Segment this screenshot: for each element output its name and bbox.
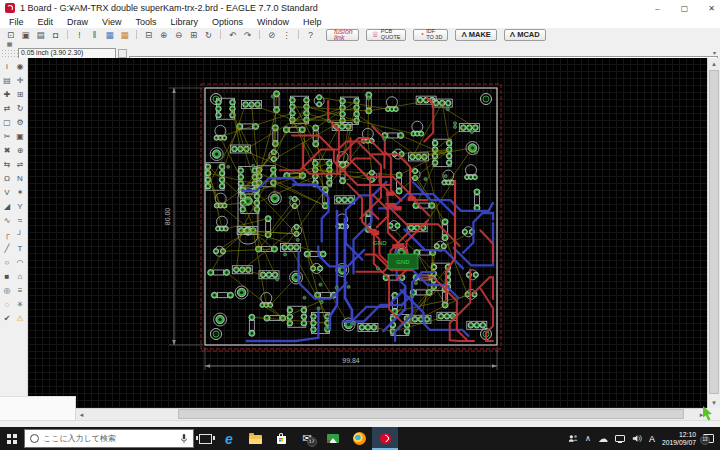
mirror-tool[interactable]: ⇄ (1, 102, 13, 115)
menu-tools[interactable]: Tools (128, 17, 163, 27)
miter-tool[interactable]: ◢ (1, 200, 13, 213)
mcad-button[interactable]: Λ MCAD (504, 29, 546, 41)
onedrive-cloud-icon[interactable]: ☁ (598, 434, 608, 444)
layer-colors-icon[interactable]: ▦ (118, 29, 132, 41)
idf-to-3d-button[interactable]: ◔ IDFTO 3D (413, 29, 448, 41)
rotate-tool[interactable]: ↻ (14, 102, 26, 115)
menu-help[interactable]: Help (296, 17, 329, 27)
taskbar-explorer-button[interactable] (242, 427, 268, 450)
circle-tool[interactable]: ○ (1, 256, 13, 269)
zoom-redraw-icon[interactable]: ↻ (202, 29, 216, 41)
taskbar-search[interactable]: ここに入力して検索 (24, 429, 194, 448)
ime-language-indicator[interactable]: A (649, 434, 655, 444)
menu-file[interactable]: File (2, 17, 31, 27)
taskbar-clock[interactable]: 12:10 2019/09/07 (662, 431, 696, 447)
copy-tool[interactable]: ⊞ (14, 88, 26, 101)
info-tool[interactable]: i (1, 60, 13, 73)
save-icon[interactable]: ▣ (19, 29, 33, 41)
run-ulp-icon[interactable]: ! (73, 29, 87, 41)
pcb-quote-button[interactable]: ♕ PCBQUOTE (366, 29, 407, 41)
lock-tool[interactable]: Ω (1, 172, 13, 185)
show-tool[interactable]: ◉ (14, 60, 26, 73)
split-tool[interactable]: Y (14, 200, 26, 213)
mark-tool[interactable]: ✛ (14, 74, 26, 87)
board-canvas[interactable]: 80.0099.84GNDGND (28, 58, 707, 408)
move-tool[interactable]: ✚ (1, 88, 13, 101)
open-icon[interactable]: ⊡ (4, 29, 18, 41)
delete-tool[interactable]: ✖ (1, 144, 13, 157)
zoom-in-icon[interactable]: ⊕ (157, 29, 171, 41)
toolbar-drag-handle[interactable] (1, 49, 18, 57)
menu-library[interactable]: Library (163, 17, 205, 27)
horizontal-scroll-track[interactable] (87, 409, 696, 420)
redo-icon[interactable]: ↷ (241, 29, 255, 41)
pinswap-tool[interactable]: ⇆ (1, 158, 13, 171)
zoom-select-icon[interactable]: ⊞ (187, 29, 201, 41)
horizontal-scrollbar[interactable]: ◂ ▸ (76, 408, 707, 420)
cut-tool[interactable]: ✂ (1, 130, 13, 143)
layer-display-icon[interactable]: ▦ (103, 29, 117, 41)
drc-tool[interactable]: ✔ (1, 312, 13, 325)
network-display-icon[interactable] (615, 435, 625, 442)
undo-icon[interactable]: ↶ (226, 29, 240, 41)
stop-icon[interactable]: ⊘ (265, 29, 279, 41)
task-view-button[interactable] (194, 427, 216, 450)
menu-edit[interactable]: Edit (31, 17, 61, 27)
wire-tool[interactable]: ╱ (1, 242, 13, 255)
coordinate-mode-button[interactable] (118, 49, 127, 58)
zoom-fit-icon[interactable]: ⊟ (142, 29, 156, 41)
separator[interactable] (259, 30, 260, 39)
vertical-scrollbar[interactable]: ▴ ▾ (707, 58, 720, 408)
via-tool[interactable]: ◎ (1, 284, 13, 297)
window-split-icon[interactable]: ‖ (88, 29, 102, 41)
start-button[interactable] (0, 427, 24, 450)
action-center-icon[interactable]: 13 (703, 434, 714, 443)
horizontal-scroll-thumb[interactable] (178, 409, 683, 419)
menu-view[interactable]: View (95, 17, 128, 27)
display-tool[interactable]: ▤ (1, 74, 13, 87)
minimize-button[interactable]: – (644, 0, 671, 16)
rect-tool[interactable]: ■ (1, 270, 13, 283)
hole-tool[interactable]: ◌ (1, 298, 13, 311)
smash-tool[interactable]: ✶ (14, 186, 26, 199)
route-tool[interactable]: ┌ (1, 228, 13, 241)
optimize-tool[interactable]: ∿ (1, 214, 13, 227)
menu-draw[interactable]: Draw (60, 17, 95, 27)
menu-window[interactable]: Window (250, 17, 296, 27)
people-icon[interactable] (568, 434, 578, 443)
close-button[interactable]: ✕ (698, 0, 720, 16)
paste-tool[interactable]: ▣ (14, 130, 26, 143)
ratsnest-tool[interactable]: ✳ (14, 298, 26, 311)
signal-tool[interactable]: ≡ (14, 284, 26, 297)
cam-processor-icon[interactable]: ◘ (49, 29, 63, 41)
taskbar-photos-button[interactable] (320, 427, 346, 450)
print-icon[interactable]: ▤ (34, 29, 48, 41)
separator[interactable] (67, 30, 68, 39)
taskbar-firefox-button[interactable] (346, 427, 372, 450)
errors-tool[interactable]: ⚠ (14, 312, 26, 325)
change-tool[interactable]: ⚙ (14, 116, 26, 129)
help-icon[interactable]: ? (304, 29, 318, 41)
taskbar-mail-button[interactable]: ✉17 (294, 427, 320, 450)
menu-options[interactable]: Options (205, 17, 250, 27)
separator[interactable] (220, 30, 221, 39)
vertical-scroll-thumb[interactable] (709, 70, 719, 394)
group-tool[interactable]: ▢ (1, 116, 13, 129)
text-tool[interactable]: T (14, 242, 26, 255)
add-tool[interactable]: ⊕ (14, 144, 26, 157)
scroll-up-icon[interactable]: ▴ (708, 58, 720, 69)
zoom-out-icon[interactable]: ⊖ (172, 29, 186, 41)
make-button[interactable]: Λ MAKE (455, 29, 496, 41)
value-tool[interactable]: V (1, 186, 13, 199)
replace-tool[interactable]: ⇌ (14, 158, 26, 171)
separator[interactable] (298, 30, 299, 39)
meander-tool[interactable]: ≈ (14, 214, 26, 227)
command-history-chevron-icon[interactable]: ▾ (713, 49, 716, 58)
taskbar-edge-button[interactable]: e (216, 427, 242, 450)
ripup-tool[interactable]: ┘ (14, 228, 26, 241)
traffic-light-icon[interactable]: ⋮ (280, 29, 294, 41)
taskbar-store-button[interactable] (268, 427, 294, 450)
scroll-left-icon[interactable]: ◂ (76, 409, 87, 420)
arc-tool[interactable]: ◠ (14, 256, 26, 269)
name-tool[interactable]: N (14, 172, 26, 185)
